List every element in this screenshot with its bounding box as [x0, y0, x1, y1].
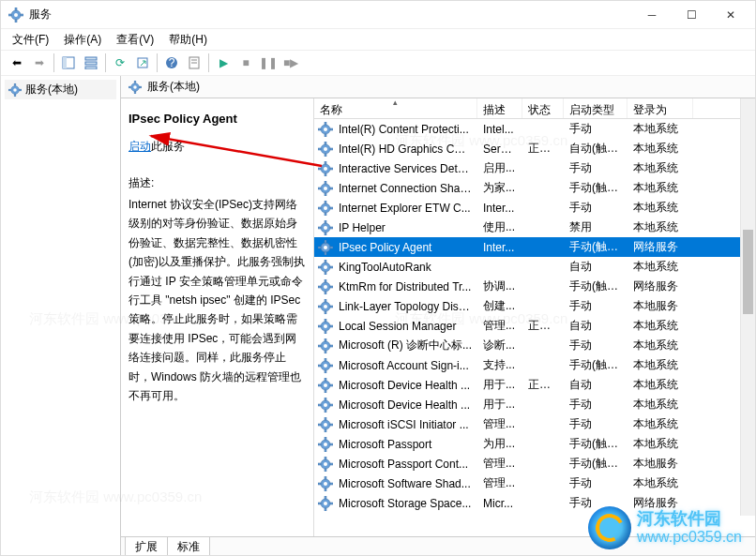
cell-desc: 使用... [477, 219, 522, 235]
vertical-scrollbar[interactable] [740, 98, 755, 516]
forward-button[interactable]: ➡ [29, 53, 50, 73]
help-button[interactable]: ? [161, 53, 182, 73]
tab-extended[interactable]: 扩展 [125, 537, 168, 556]
table-row[interactable]: Internet Connection Shari...为家...手动(触发..… [314, 178, 755, 198]
refresh-button[interactable]: ⟳ [110, 53, 130, 73]
menu-action[interactable]: 操作(A) [58, 30, 107, 50]
cell-name: Microsoft (R) 诊断中心标... [333, 338, 477, 353]
export-button[interactable] [132, 53, 153, 73]
menu-file[interactable]: 文件(F) [7, 30, 54, 50]
table-row[interactable]: Microsoft (R) 诊断中心标...诊断...手动本地系统 [314, 336, 755, 355]
titlebar: 服务 ─ ☐ ✕ [1, 1, 755, 29]
cell-desc: 管理... [477, 416, 522, 432]
table-row[interactable]: Intel(R) HD Graphics Con...Servi...正在...… [314, 139, 755, 158]
cell-startup: 手动(触发... [564, 357, 627, 373]
table-row[interactable]: KtmRm for Distributed Tr...协调...手动(触发...… [314, 277, 755, 296]
cell-startup: 手动(触发... [564, 278, 627, 294]
table-row[interactable]: Microsoft Account Sign-i...支持...手动(触发...… [314, 355, 755, 375]
table-row[interactable]: Microsoft Passport为用...手动(触发...本地系统 [314, 434, 755, 454]
table-row[interactable]: KingToolAutoRank自动本地系统 [314, 257, 755, 277]
col-startup[interactable]: 启动类型 [564, 98, 627, 118]
cell-logon: 本地系统 [627, 436, 693, 452]
menu-help[interactable]: 帮助(H) [163, 30, 213, 50]
back-button[interactable]: ⬅ [7, 53, 27, 73]
services-icon [8, 83, 22, 97]
service-gear-icon [318, 476, 333, 491]
pause-service-button[interactable]: ❚❚ [258, 53, 279, 73]
cell-logon: 网络服务 [627, 495, 693, 511]
col-desc[interactable]: 描述 [477, 98, 522, 118]
scrollbar-thumb[interactable] [743, 230, 753, 314]
cell-startup: 手动 [564, 338, 627, 353]
table-row[interactable]: Link-Layer Topology Disc...创建...手动本地服务 [314, 296, 755, 316]
view-list-button[interactable] [81, 53, 101, 73]
cell-logon: 本地系统 [627, 180, 693, 196]
cell-name: Microsoft iSCSI Initiator ... [333, 418, 477, 431]
table-row[interactable]: IPsec Policy AgentInter...手动(触发...网络服务 [314, 237, 755, 257]
view-detail-button[interactable] [58, 53, 79, 73]
cell-name: Microsoft Software Shad... [333, 477, 477, 490]
service-gear-icon [318, 417, 333, 432]
service-gear-icon [318, 260, 333, 275]
service-gear-icon [318, 338, 333, 353]
cell-logon: 网络服务 [627, 278, 693, 294]
sort-asc-icon: ▴ [393, 98, 398, 107]
cell-startup: 禁用 [564, 219, 627, 235]
service-gear-icon [318, 496, 333, 511]
cell-startup: 手动(触发... [564, 456, 627, 472]
cell-name: Internet Explorer ETW C... [333, 202, 477, 215]
cell-status: 正在... [522, 141, 564, 157]
svg-rect-9 [85, 62, 97, 65]
cell-name: Microsoft Account Sign-i... [333, 359, 477, 372]
left-tree-pane: 服务(本地) [1, 76, 121, 556]
cell-startup: 手动 [564, 121, 627, 137]
col-name[interactable]: 名称▴ [314, 98, 477, 118]
table-row[interactable]: Internet Explorer ETW C...Inter...手动本地系统 [314, 198, 755, 218]
col-logon[interactable]: 登录为 [627, 98, 693, 118]
minimize-button[interactable]: ─ [635, 4, 669, 26]
cell-startup: 手动 [564, 200, 627, 216]
table-row[interactable]: Microsoft iSCSI Initiator ...管理...手动本地系统 [314, 414, 755, 434]
cell-name: IPsec Policy Agent [333, 241, 477, 254]
table-row[interactable]: Microsoft Device Health ...用于...手动本地系统 [314, 395, 755, 414]
table-row[interactable]: Microsoft Device Health ...用于...正在...自动本… [314, 375, 755, 395]
menu-view[interactable]: 查看(V) [111, 30, 159, 50]
col-status[interactable]: 状态 [522, 98, 564, 118]
cell-desc: Intel... [477, 123, 522, 136]
table-row[interactable]: Interactive Services Dete...启用...手动本地系统 [314, 158, 755, 178]
svg-rect-7 [63, 57, 67, 68]
cell-name: Microsoft Storage Space... [333, 497, 477, 510]
stop-service-button[interactable]: ■ [235, 53, 256, 73]
cell-startup: 手动 [564, 475, 627, 491]
tab-standard[interactable]: 标准 [167, 537, 210, 556]
tree-root-services-local[interactable]: 服务(本地) [5, 80, 116, 99]
service-gear-icon [318, 457, 333, 472]
service-list: 名称▴ 描述 状态 启动类型 登录为 Intel(R) Content Prot… [314, 98, 755, 536]
cell-desc: 管理... [477, 318, 522, 334]
cell-logon: 本地系统 [627, 259, 693, 275]
cell-desc: 为用... [477, 436, 522, 452]
table-row[interactable]: Microsoft Storage Space...Micr...手动网络服务 [314, 493, 755, 513]
table-row[interactable]: Microsoft Software Shad...管理...手动本地系统 [314, 473, 755, 493]
service-gear-icon [318, 358, 333, 373]
cell-startup: 手动 [564, 397, 627, 413]
svg-rect-8 [85, 57, 97, 60]
start-service-link[interactable]: 启动 [129, 140, 151, 153]
table-row[interactable]: Local Session Manager管理...正在...自动本地系统 [314, 316, 755, 336]
cell-desc: 用于... [477, 377, 522, 393]
table-row[interactable]: Microsoft Passport Cont...管理...手动(触发...本… [314, 454, 755, 473]
table-row[interactable]: IP Helper使用...禁用本地系统 [314, 218, 755, 237]
cell-status: 正在... [522, 318, 564, 334]
close-button[interactable]: ✕ [714, 4, 748, 26]
cell-name: Intel(R) HD Graphics Con... [333, 143, 477, 156]
maximize-button[interactable]: ☐ [674, 4, 708, 26]
table-row[interactable]: Intel(R) Content Protecti...Intel...手动本地… [314, 119, 755, 139]
cell-desc: 用于... [477, 397, 522, 413]
cell-logon: 本地系统 [627, 121, 693, 137]
service-gear-icon [318, 279, 333, 294]
cell-startup: 手动 [564, 416, 627, 432]
start-service-button[interactable]: ▶ [213, 53, 234, 73]
properties-button[interactable] [184, 53, 204, 73]
restart-service-button[interactable]: ■▶ [280, 53, 301, 73]
cell-logon: 本地系统 [627, 397, 693, 413]
